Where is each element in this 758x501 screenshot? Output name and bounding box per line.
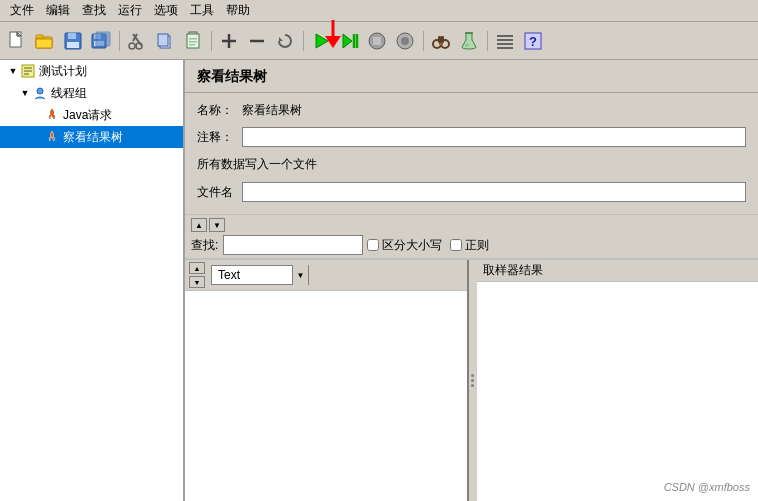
sep3 xyxy=(300,28,306,54)
svg-point-36 xyxy=(401,37,409,45)
sep1 xyxy=(116,28,122,54)
reset-icon xyxy=(275,31,295,51)
resize-dot-3 xyxy=(471,384,474,387)
results-left: ▲ ▼ Text ▼ xyxy=(185,260,469,501)
results-right-header: 取样器结果 xyxy=(477,260,759,282)
menu-tools[interactable]: 工具 xyxy=(184,0,220,21)
viewresults-label: 察看结果树 xyxy=(63,129,123,146)
tree-item-testplan[interactable]: ▼ 测试计划 xyxy=(0,60,183,82)
flask-button[interactable] xyxy=(456,28,482,54)
search-section: ▲ ▼ 查找: 区分大小写 正则 xyxy=(185,215,758,259)
svg-rect-19 xyxy=(158,34,168,46)
name-label: 名称： xyxy=(197,102,242,119)
svg-text:?: ? xyxy=(529,34,537,49)
expand-arrow-testplan: ▼ xyxy=(8,66,18,76)
menu-run[interactable]: 运行 xyxy=(112,0,148,21)
sep4 xyxy=(420,28,426,54)
dropdown-value: Text xyxy=(212,267,292,283)
regex-label[interactable]: 正则 xyxy=(450,237,489,254)
nav-down-button[interactable]: ▼ xyxy=(209,218,225,232)
stop-all-button[interactable] xyxy=(392,28,418,54)
case-sensitive-label[interactable]: 区分大小写 xyxy=(367,237,442,254)
case-sensitive-text: 区分大小写 xyxy=(382,237,442,254)
svg-rect-23 xyxy=(189,41,197,43)
search-row: 查找: 区分大小写 正则 xyxy=(191,235,752,255)
menu-help[interactable]: 帮助 xyxy=(220,0,256,21)
sep5 xyxy=(484,28,490,54)
svg-rect-34 xyxy=(373,37,381,45)
add-button[interactable] xyxy=(216,28,242,54)
alldata-row: 所有数据写入一个文件 xyxy=(197,153,746,176)
tree-item-threadgroup[interactable]: ▼ 线程组 xyxy=(0,82,183,104)
filename-input[interactable] xyxy=(242,182,746,202)
panel-title: 察看结果树 xyxy=(185,60,758,93)
save-all-button[interactable] xyxy=(88,28,114,54)
expand-spacer-java xyxy=(32,110,42,120)
name-row: 名称： 察看结果树 xyxy=(197,99,746,121)
help-button[interactable]: ? xyxy=(520,28,546,54)
expand-arrow-thread: ▼ xyxy=(20,88,30,98)
result-nav-down[interactable]: ▼ xyxy=(189,276,205,288)
results-section: ▲ ▼ Text ▼ xyxy=(185,259,758,501)
regex-checkbox[interactable] xyxy=(450,239,462,251)
tree-item-viewresults[interactable]: 察看结果树 xyxy=(0,126,183,148)
svg-point-16 xyxy=(129,43,135,49)
javarequest-icon xyxy=(44,107,60,123)
menu-edit[interactable]: 编辑 xyxy=(40,0,76,21)
menu-search[interactable]: 查找 xyxy=(76,0,112,21)
form-section: 名称： 察看结果树 注释： 所有数据写入一个文件 文件名 xyxy=(185,93,758,215)
tree-item-javarequest[interactable]: Java请求 xyxy=(0,104,183,126)
resize-handle[interactable] xyxy=(469,260,477,501)
case-sensitive-checkbox[interactable] xyxy=(367,239,379,251)
menu-file[interactable]: 文件 xyxy=(4,0,40,21)
svg-point-56 xyxy=(37,88,43,94)
name-value: 察看结果树 xyxy=(242,102,302,119)
svg-rect-13 xyxy=(96,32,110,46)
new-button[interactable] xyxy=(4,28,30,54)
play-icon xyxy=(311,31,331,51)
flask-icon xyxy=(459,31,479,51)
svg-rect-41 xyxy=(441,36,444,43)
nav-up-button[interactable]: ▲ xyxy=(191,218,207,232)
result-nav-up[interactable]: ▲ xyxy=(189,262,205,274)
comment-label: 注释： xyxy=(197,129,242,146)
new-icon xyxy=(7,31,27,51)
testplan-label: 测试计划 xyxy=(39,63,87,80)
minus-icon xyxy=(247,31,267,51)
dropdown-arrow-icon[interactable]: ▼ xyxy=(292,265,308,285)
copy-button[interactable] xyxy=(152,28,178,54)
stop-button[interactable] xyxy=(364,28,390,54)
save-all-icon xyxy=(91,31,111,51)
list-button[interactable] xyxy=(492,28,518,54)
menu-options[interactable]: 选项 xyxy=(148,0,184,21)
search-label: 查找: xyxy=(191,237,219,254)
folder-icon xyxy=(35,31,55,51)
results-right-content xyxy=(477,282,759,501)
open-button[interactable] xyxy=(32,28,58,54)
results-right: 取样器结果 xyxy=(477,260,759,501)
regex-text: 正则 xyxy=(465,237,489,254)
play-no-pause-button[interactable] xyxy=(336,28,362,54)
reset-button[interactable] xyxy=(272,28,298,54)
paste-button[interactable] xyxy=(180,28,206,54)
svg-marker-30 xyxy=(343,34,352,48)
binoculars-icon xyxy=(431,31,451,51)
search-input[interactable] xyxy=(223,235,363,255)
save-button[interactable] xyxy=(60,28,86,54)
results-left-content xyxy=(185,291,467,501)
resize-dot-1 xyxy=(471,374,474,377)
add-icon xyxy=(219,31,239,51)
cut-icon xyxy=(127,31,147,51)
text-dropdown[interactable]: Text ▼ xyxy=(211,265,309,285)
cut-button[interactable] xyxy=(124,28,150,54)
remove-button[interactable] xyxy=(244,28,270,54)
filename-row: 文件名 xyxy=(197,181,746,203)
sep2 xyxy=(208,28,214,54)
comment-input[interactable] xyxy=(242,127,746,147)
toolbar: ? xyxy=(0,22,758,60)
binoculars-button[interactable] xyxy=(428,28,454,54)
play-button[interactable] xyxy=(308,28,334,54)
svg-rect-22 xyxy=(189,38,197,40)
viewresults-icon xyxy=(44,129,60,145)
play-no-pause-icon xyxy=(339,31,359,51)
